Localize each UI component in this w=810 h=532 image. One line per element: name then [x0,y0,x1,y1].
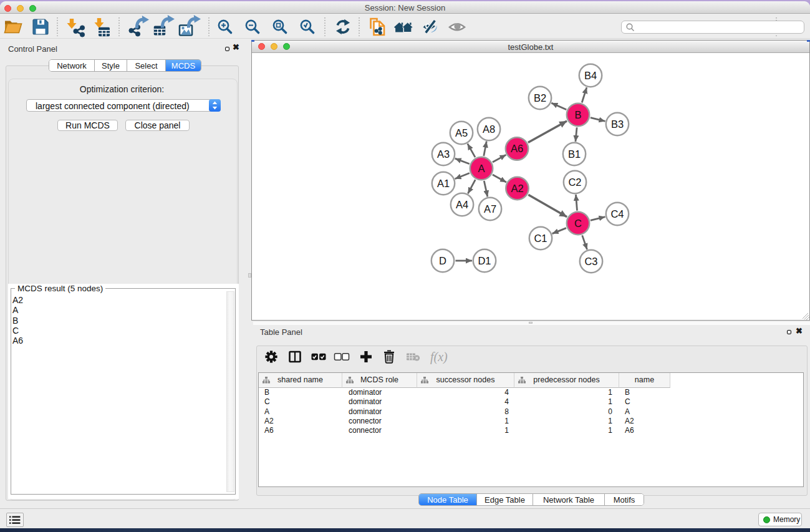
svg-text:A1: A1 [437,178,450,189]
svg-text:A2: A2 [511,183,523,194]
svg-text:B4: B4 [584,70,597,81]
svg-text:A6: A6 [511,143,523,154]
svg-text:D: D [439,255,446,266]
svg-text:C2: C2 [568,177,581,188]
svg-text:C4: C4 [610,208,624,220]
svg-text:A5: A5 [455,127,468,138]
svg-text:C1: C1 [534,233,547,244]
svg-text:C3: C3 [584,256,597,267]
svg-text:A4: A4 [456,199,468,210]
svg-text:A8: A8 [483,123,495,135]
svg-text:C: C [574,218,582,229]
svg-text:B2: B2 [534,92,546,104]
svg-text:A: A [478,163,485,174]
svg-text:B1: B1 [568,148,581,160]
svg-text:A3: A3 [437,148,450,160]
svg-text:D1: D1 [478,255,491,266]
svg-text:B3: B3 [611,118,624,130]
svg-text:A7: A7 [484,203,496,215]
svg-text:f(x): f(x) [430,350,448,364]
svg-text:B: B [574,109,581,120]
